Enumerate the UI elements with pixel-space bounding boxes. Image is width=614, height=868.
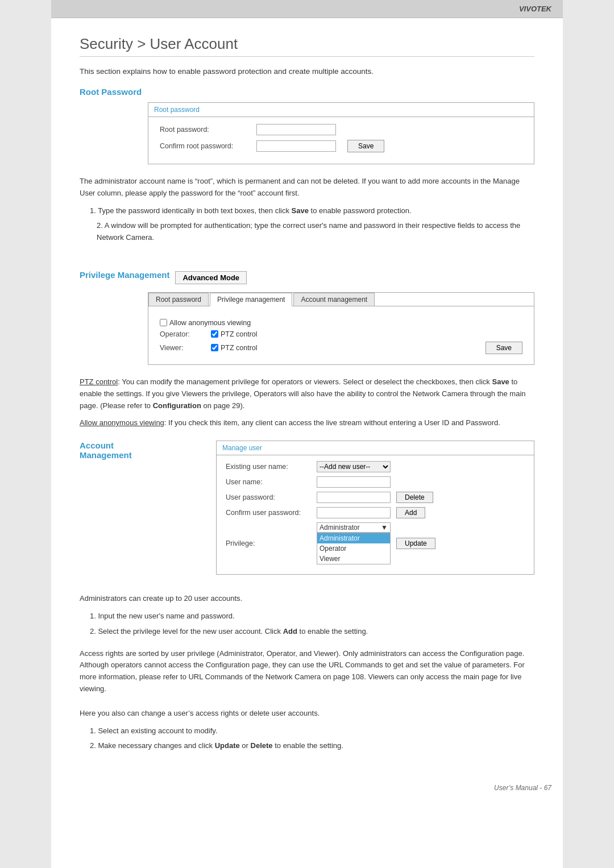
brand-name: VIVOTEK (519, 5, 551, 13)
root-password-label: Root password: (160, 126, 256, 134)
account-management-heading: Account Management (80, 441, 148, 460)
user-password-input[interactable] (317, 492, 391, 503)
account-list-2-item1: 1. Select an existing account to modify. (90, 725, 534, 737)
viewer-ptz-checkbox[interactable] (211, 344, 218, 351)
confirm-password-label: Confirm root password: (160, 142, 256, 150)
account-body-3: Here you also can change a user’s access… (80, 708, 534, 720)
privilege-header: Privilege Management Advanced Mode (80, 270, 534, 285)
account-body-1: Administrators can create up to 20 user … (80, 593, 534, 605)
viewer-row: Viewer: PTZ control Save (160, 342, 522, 354)
allow-anonymous-label[interactable]: Allow anonymous viewing (160, 319, 251, 327)
root-password-section: Root Password Root password Root passwor… (80, 87, 534, 164)
existing-user-select[interactable]: --Add new user-- (317, 461, 391, 472)
user-name-label: User name: (226, 478, 317, 486)
allow-anonymous-checkbox[interactable] (160, 319, 167, 326)
confirm-password-row: Confirm root password: Save (160, 140, 522, 152)
confirm-user-password-row: Confirm user password: Add (226, 507, 525, 518)
root-password-heading: Root Password (80, 87, 534, 97)
root-password-row: Root password: (160, 124, 522, 135)
privilege-panel: Root password Privilege management Accou… (148, 292, 534, 365)
allow-anonymous-row: Allow anonymous viewing (160, 319, 522, 327)
privilege-selected-value: Administrator (320, 524, 381, 531)
privilege-dropdown-arrow: ▼ (381, 524, 388, 531)
privilege-options-list: Administrator Operator Viewer (317, 533, 391, 564)
tab-account-management[interactable]: Account management (293, 293, 375, 306)
body-text-1: The administrator account name is “root”… (80, 176, 534, 200)
intro-text: This section explains how to enable pass… (80, 67, 534, 76)
user-password-row: User password: Delete (226, 492, 525, 503)
manage-user-panel-wrapper: Manage user Existing user name: --Add ne… (148, 441, 534, 582)
account-management-label-col: Account Management (80, 441, 148, 466)
operator-row: Operator: PTZ control (160, 330, 522, 338)
ptz-control-text: PTZ control: You can modify the manageme… (80, 376, 534, 412)
confirm-user-password-input[interactable] (317, 507, 391, 518)
user-password-label: User password: (226, 493, 317, 501)
root-password-panel: Root password Root password: Confirm roo… (148, 102, 534, 164)
operator-ptz-label[interactable]: PTZ control (211, 330, 258, 338)
confirm-password-input[interactable] (256, 140, 336, 152)
privilege-section: Privilege Management Advanced Mode Root … (80, 270, 534, 365)
privilege-save-button[interactable]: Save (486, 342, 522, 354)
operator-label: Operator: (160, 330, 211, 338)
root-password-input[interactable] (256, 124, 336, 135)
page-title: Security > User Account (80, 35, 534, 57)
privilege-option-administrator-highlight[interactable]: Administrator (317, 533, 390, 543)
body-list-1-item2: 2. A window will be prompted for authent… (97, 220, 534, 244)
viewer-ptz-label[interactable]: PTZ control (211, 344, 258, 352)
main-content: Security > User Account This section exp… (51, 18, 563, 778)
page-wrapper: VIVOTEK Security > User Account This sec… (51, 0, 563, 868)
account-body-2: Access rights are sorted by user privile… (80, 648, 534, 695)
account-list-2-item2: 2. Make necessary changes and click Upda… (90, 740, 534, 752)
privilege-option-viewer[interactable]: Viewer (317, 554, 390, 564)
account-list-1-item1: 1. Input the new user's name and passwor… (90, 610, 534, 622)
manage-user-title: Manage user (217, 441, 534, 455)
root-password-panel-title: Root password (148, 103, 534, 117)
add-button[interactable]: Add (396, 507, 425, 518)
footer: User’s Manual - 67 (51, 778, 563, 798)
advanced-mode-button[interactable]: Advanced Mode (175, 271, 247, 284)
anonymous-viewing-text: Allow anonymous viewing: If you check th… (80, 417, 534, 429)
manage-user-form: Existing user name: --Add new user-- Use… (217, 455, 534, 574)
privilege-tabs: Root password Privilege management Accou… (148, 293, 534, 306)
account-management-section: Account Management Manage user Existing … (80, 441, 534, 582)
privilege-dropdown-area: Administrator ▼ Administrator Operator V… (317, 522, 391, 564)
existing-user-row: Existing user name: --Add new user-- (226, 461, 525, 472)
tab-root-password[interactable]: Root password (148, 293, 209, 306)
tab-privilege-management[interactable]: Privilege management (210, 293, 292, 306)
root-password-save-button[interactable]: Save (347, 140, 384, 152)
confirm-user-password-label: Confirm user password: (226, 509, 317, 517)
privilege-row: Privilege: Administrator ▼ Administrator… (226, 522, 525, 564)
privilege-form: Allow anonymous viewing Operator: PTZ co… (148, 312, 534, 364)
user-name-input[interactable] (317, 476, 391, 488)
operator-ptz-checkbox[interactable] (211, 330, 218, 338)
account-list-1-item2: 2. Select the privilege level for the ne… (90, 626, 534, 638)
privilege-field-label: Privilege: (226, 539, 317, 547)
manage-user-box: Manage user Existing user name: --Add ne… (216, 441, 534, 575)
delete-button[interactable]: Delete (396, 492, 433, 503)
privilege-select-display[interactable]: Administrator ▼ (317, 522, 391, 533)
existing-user-label: Existing user name: (226, 463, 317, 471)
privilege-option-operator[interactable]: Operator (317, 543, 390, 554)
anonymous-link: Allow anonymous viewing (80, 418, 164, 427)
user-name-row: User name: (226, 476, 525, 488)
privilege-heading: Privilege Management (80, 270, 169, 280)
update-button[interactable]: Update (396, 538, 435, 549)
root-password-form: Root password: Confirm root password: Sa… (148, 117, 534, 164)
top-bar: VIVOTEK (51, 0, 563, 18)
ptz-link: PTZ control (80, 377, 118, 386)
viewer-label: Viewer: (160, 344, 211, 352)
body-list-1-item1: 1. Type the password identically in both… (90, 205, 534, 217)
